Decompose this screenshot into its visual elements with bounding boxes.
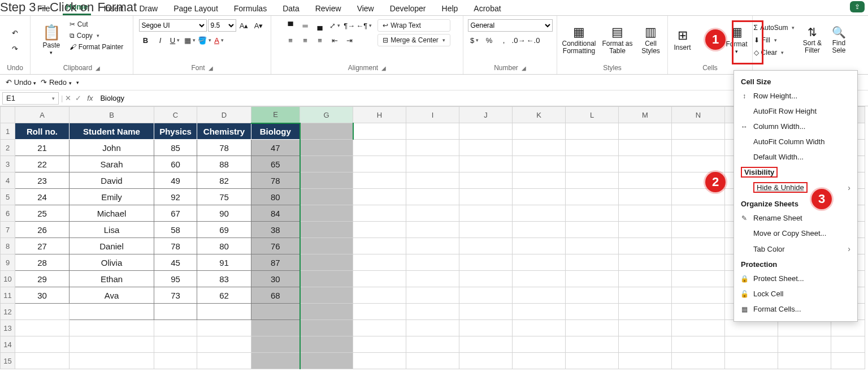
col-header-C[interactable]: C [154, 107, 197, 123]
cell-L14[interactable] [566, 336, 619, 353]
cell-L7[interactable] [566, 222, 619, 238]
percent-icon[interactable]: % [483, 34, 496, 46]
menu-lock-cell[interactable]: 🔓Lock Cell [734, 286, 857, 301]
cell-L11[interactable] [566, 287, 619, 304]
cell-A13[interactable] [15, 320, 70, 336]
cell-E15[interactable] [251, 353, 300, 369]
col-header-K[interactable]: K [513, 107, 566, 123]
row-header-6[interactable]: 6 [1, 205, 15, 222]
cell-L3[interactable] [566, 156, 619, 172]
cell-J15[interactable] [459, 353, 513, 369]
tab-draw[interactable]: Draw [136, 2, 161, 15]
cell-E11[interactable]: 68 [251, 287, 300, 304]
col-header-E[interactable]: E [251, 107, 300, 123]
cell-A7[interactable]: 26 [15, 222, 70, 238]
cell-J11[interactable] [459, 287, 513, 304]
cell-D10[interactable]: 83 [197, 271, 251, 287]
row-header-12[interactable]: 12 [1, 304, 15, 320]
number-format-select[interactable]: General [468, 19, 553, 32]
cell-B4[interactable]: David [70, 172, 154, 189]
cell-M5[interactable] [619, 189, 672, 205]
cell-L15[interactable] [566, 353, 619, 369]
row-header-9[interactable]: 9 [1, 254, 15, 271]
tab-data[interactable]: Data [279, 2, 303, 15]
cell-I14[interactable] [406, 336, 459, 353]
menu-default-width[interactable]: Default Width... [734, 149, 857, 165]
cell-A3[interactable]: 22 [15, 156, 70, 172]
row-header-15[interactable]: 15 [1, 353, 15, 369]
cell-D1[interactable]: Chemistry [197, 123, 251, 140]
cell-J10[interactable] [459, 271, 513, 287]
menu-format-cells[interactable]: ▦Format Cells... [734, 301, 857, 317]
cell-C4[interactable]: 49 [154, 172, 197, 189]
font-color-button[interactable]: A [212, 34, 226, 46]
italic-button[interactable]: I [154, 34, 167, 46]
cell-C13[interactable] [154, 320, 197, 336]
align-bottom-icon[interactable]: ▄ [313, 19, 327, 32]
increase-decimal-icon[interactable]: .0→ [512, 34, 526, 46]
cell-G4[interactable] [300, 172, 353, 189]
cell-C5[interactable]: 92 [154, 189, 197, 205]
cell-B9[interactable]: Olivia [70, 254, 154, 271]
cell-B2[interactable]: John [70, 140, 154, 156]
cell-H8[interactable] [353, 238, 406, 254]
row-header-3[interactable]: 3 [1, 156, 15, 172]
cell-C9[interactable]: 45 [154, 254, 197, 271]
row-header-2[interactable]: 2 [1, 140, 15, 156]
cell-N12[interactable] [672, 304, 725, 320]
cell-G1[interactable] [300, 123, 353, 140]
menu-autofit-col[interactable]: AutoFit Column Width [734, 134, 857, 149]
cell-H5[interactable] [353, 189, 406, 205]
select-all-cell[interactable] [1, 107, 15, 123]
currency-icon[interactable]: $ [468, 34, 481, 46]
cell-N3[interactable] [672, 156, 725, 172]
row-header-14[interactable]: 14 [1, 336, 15, 353]
name-box[interactable]: E1▾ [2, 92, 59, 105]
cell-J9[interactable] [459, 254, 513, 271]
cell-C2[interactable]: 85 [154, 140, 197, 156]
tab-acrobat[interactable]: Acrobat [470, 2, 504, 15]
cell-K11[interactable] [513, 287, 566, 304]
cell-J12[interactable] [459, 304, 513, 320]
dialog-launcher-icon[interactable]: ◢ [96, 65, 100, 71]
cell-B12[interactable] [70, 304, 154, 320]
cell-B8[interactable]: Daniel [70, 238, 154, 254]
cancel-formula-icon[interactable]: ✕ [63, 94, 73, 102]
cell-A10[interactable]: 29 [15, 271, 70, 287]
cell-I9[interactable] [406, 254, 459, 271]
cell-N7[interactable] [672, 222, 725, 238]
cell-I3[interactable] [406, 156, 459, 172]
cell-B1[interactable]: Student Name [70, 123, 154, 140]
col-header-L[interactable]: L [566, 107, 619, 123]
align-left-icon[interactable]: ≡ [284, 34, 297, 46]
cell-G10[interactable] [300, 271, 353, 287]
cell-D15[interactable] [197, 353, 251, 369]
cell-I12[interactable] [406, 304, 459, 320]
cell-J13[interactable] [459, 320, 513, 336]
cell-G14[interactable] [300, 336, 353, 353]
dialog-launcher-icon[interactable]: ◢ [522, 65, 526, 71]
cell-L13[interactable] [566, 320, 619, 336]
col-header-A[interactable]: A [15, 107, 70, 123]
cell-L9[interactable] [566, 254, 619, 271]
cell-H13[interactable] [353, 320, 406, 336]
cell-H1[interactable] [353, 123, 406, 140]
cell-B13[interactable] [70, 320, 154, 336]
sort-filter-button[interactable]: ⇅Sort & Filter [799, 19, 825, 61]
cell-H12[interactable] [353, 304, 406, 320]
cell-K10[interactable] [513, 271, 566, 287]
cell-A2[interactable]: 21 [15, 140, 70, 156]
cell-B6[interactable]: Michael [70, 205, 154, 222]
cell-N1[interactable] [672, 123, 725, 140]
format-as-table-button[interactable]: ▤Format as Table [601, 19, 635, 61]
col-header-J[interactable]: J [459, 107, 513, 123]
cell-E9[interactable]: 87 [251, 254, 300, 271]
cell-P13[interactable] [778, 320, 831, 336]
cell-J2[interactable] [459, 140, 513, 156]
cell-D6[interactable]: 90 [197, 205, 251, 222]
cell-styles-button[interactable]: ▥Cell Styles [637, 19, 665, 61]
cell-I2[interactable] [406, 140, 459, 156]
cell-D7[interactable]: 69 [197, 222, 251, 238]
fx-icon[interactable]: fx [83, 94, 97, 102]
tab-view[interactable]: View [354, 2, 377, 15]
